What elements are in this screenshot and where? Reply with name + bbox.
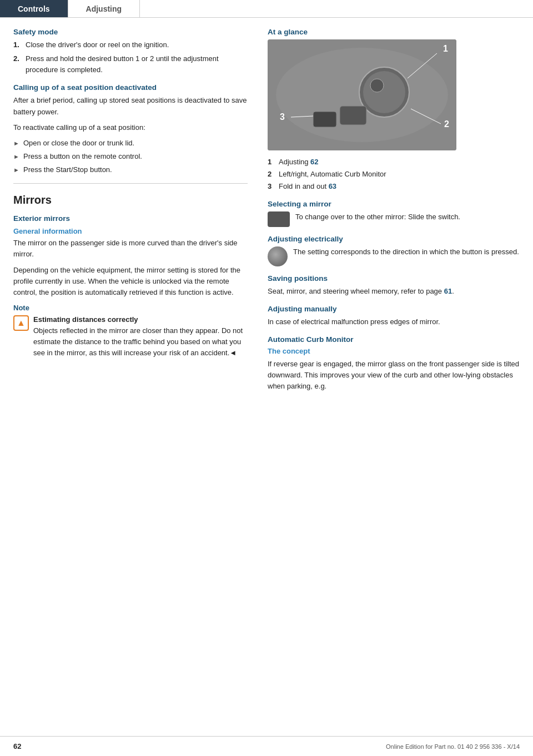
adjuster-icon	[268, 246, 288, 266]
note-box: Note ▲ Estimating distances correctly Ob…	[13, 304, 248, 359]
saving-positions-title: Saving positions	[268, 274, 520, 283]
adjusting-electrically-text: The setting corresponds to the direction…	[293, 246, 519, 258]
legend-item-1: 1 Adjusting 62	[268, 157, 520, 167]
automatic-curb-title: Automatic Curb Monitor	[268, 335, 520, 344]
note-label: Note	[13, 304, 248, 312]
svg-rect-6	[313, 112, 336, 127]
adjusting-manually-text: In case of electrical malfunction press …	[268, 316, 520, 327]
general-info-title: General information	[13, 227, 248, 235]
step-2: 2. Press and hold the desired button 1 o…	[13, 53, 248, 75]
the-concept-text: If reverse gear is engaged, the mirror g…	[268, 359, 520, 392]
mirrors-title: Mirrors	[13, 194, 248, 206]
exterior-mirrors-title: Exterior mirrors	[13, 214, 248, 223]
safety-mode-steps: 1. Close the driver's door or reel on th…	[13, 39, 248, 75]
bullet-item-1: ► Open or close the door or trunk lid.	[13, 138, 248, 149]
general-info-body1: The mirror on the passenger side is more…	[13, 238, 248, 260]
right-column: At a glance 1	[261, 28, 533, 396]
general-info-body2: Depending on the vehicle equipment, the …	[13, 265, 248, 298]
bullet-item-2: ► Press a button on the remote control.	[13, 151, 248, 162]
the-concept-title: The concept	[268, 347, 520, 355]
calling-up-title: Calling up of a seat position deactivate…	[13, 83, 248, 92]
mirror-diagram: 1 2 3	[268, 39, 456, 150]
saving-positions-link[interactable]: 61	[444, 287, 452, 295]
calling-up-body2: To reactivate calling up of a seat posit…	[13, 122, 248, 133]
divider-mirrors	[13, 183, 248, 184]
svg-rect-5	[340, 106, 366, 125]
selecting-mirror-text: To change over to the other mirror: Slid…	[295, 211, 460, 223]
left-column: Safety mode 1. Close the driver's door o…	[0, 28, 261, 396]
footer: 62 Online Edition for Part no. 01 40 2 9…	[0, 736, 533, 756]
adjusting-manually-title: Adjusting manually	[268, 305, 520, 313]
note-text: Estimating distances correctly Objects r…	[33, 314, 248, 359]
footer-info: Online Edition for Part no. 01 40 2 956 …	[386, 743, 520, 750]
tab-adjusting[interactable]: Adjusting	[68, 0, 140, 17]
mirror-image: 1 2 3	[268, 39, 456, 150]
adjusting-electrically-title: Adjusting electrically	[268, 235, 520, 243]
bullet-item-3: ► Press the Start/Stop button.	[13, 164, 248, 175]
header: Controls Adjusting	[0, 0, 533, 18]
page-number: 62	[13, 742, 21, 750]
svg-text:2: 2	[444, 119, 449, 129]
svg-point-4	[370, 79, 384, 92]
reactivate-list: ► Open or close the door or trunk lid. ►…	[13, 138, 248, 175]
note-heading: Estimating distances correctly	[33, 315, 138, 324]
legend-item-3: 3 Fold in and out 63	[268, 182, 520, 191]
note-body: Objects reflected in the mirror are clos…	[33, 326, 243, 357]
calling-up-body1: After a brief period, calling up stored …	[13, 95, 248, 117]
switch-icon	[268, 211, 290, 227]
at-a-glance-title: At a glance	[268, 28, 520, 36]
adjusting-electrically-row: The setting corresponds to the direction…	[268, 246, 520, 266]
note-content: ▲ Estimating distances correctly Objects…	[13, 314, 248, 359]
step-1: 1. Close the driver's door or reel on th…	[13, 39, 248, 51]
legend-list: 1 Adjusting 62 2 Left/right, Automatic C…	[268, 157, 520, 192]
legend-item-2: 2 Left/right, Automatic Curb Monitor	[268, 169, 520, 179]
main-content: Safety mode 1. Close the driver's door o…	[0, 18, 533, 396]
svg-text:3: 3	[280, 112, 285, 122]
warning-icon: ▲	[13, 315, 29, 331]
tab-controls[interactable]: Controls	[0, 0, 68, 17]
svg-point-3	[363, 71, 405, 113]
safety-mode-title: Safety mode	[13, 28, 248, 36]
svg-text:1: 1	[443, 44, 448, 53]
selecting-mirror-title: Selecting a mirror	[268, 200, 520, 208]
selecting-mirror-row: To change over to the other mirror: Slid…	[268, 211, 520, 227]
saving-positions-text: Seat, mirror, and steering wheel memory,…	[268, 286, 520, 297]
